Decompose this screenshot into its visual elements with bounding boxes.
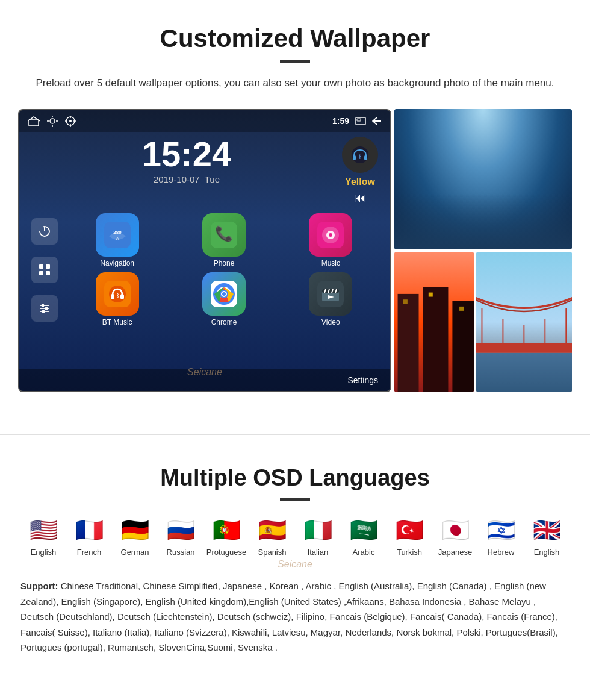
- flag-item-german: 🇩🇪 German: [114, 515, 156, 557]
- wallpaper-section: Customized Wallpaper Preload over 5 defa…: [0, 0, 590, 416]
- flag-item-russian: 🇷🇺 Russian: [160, 515, 202, 557]
- svg-text:ᛒ: ᛒ: [359, 154, 362, 160]
- music-icon-circle: ᛒ: [342, 137, 378, 173]
- flag-emoji-usa: 🇺🇸: [22, 515, 64, 545]
- power-button[interactable]: [31, 218, 58, 245]
- flag-label-hebrew: Hebrew: [488, 548, 515, 557]
- svg-rect-68: [429, 293, 433, 297]
- phone-icon: 📞: [202, 213, 246, 257]
- video-icon: [309, 272, 352, 316]
- app-chrome[interactable]: Chrome: [173, 272, 275, 327]
- flag-emoji-il: 🇮🇱: [480, 515, 522, 545]
- languages-title-divider: [280, 498, 310, 501]
- music-icon: [309, 213, 352, 257]
- flag-label-portuguese: Protuguese: [206, 548, 247, 557]
- flag-item-turkish: 🇹🇷 Turkish: [388, 515, 430, 557]
- nav-label: Navigation: [100, 259, 134, 267]
- flag-usa: 🇺🇸: [22, 515, 64, 545]
- app-video[interactable]: Video: [280, 272, 382, 327]
- title-divider: [280, 60, 310, 63]
- status-bar-right: 1:59: [332, 116, 382, 126]
- status-bar-left: [28, 116, 76, 127]
- settings-eq-button[interactable]: [31, 295, 58, 322]
- flag-japan: 🇯🇵: [434, 515, 476, 545]
- flag-emoji-sa: 🇸🇦: [343, 515, 385, 545]
- flag-emoji-gb: 🇬🇧: [526, 515, 568, 545]
- flag-item-french: 🇫🇷 French: [68, 515, 110, 557]
- wallpaper-description: Preload over 5 default wallpaper options…: [24, 75, 566, 91]
- btmusic-label: BT Music: [102, 318, 132, 327]
- flag-emoji-ru: 🇷🇺: [160, 515, 202, 545]
- flag-item-hebrew: 🇮🇱 Hebrew: [480, 515, 522, 557]
- svg-rect-16: [353, 155, 356, 160]
- thumb-ice-cave: [394, 109, 572, 249]
- flag-turkey: 🇹🇷: [388, 515, 430, 545]
- flag-label-arabic: Arabic: [353, 548, 375, 557]
- flag-germany: 🇩🇪: [114, 515, 156, 545]
- flag-italy: 🇮🇹: [297, 515, 339, 545]
- flag-label-english-uk: English: [534, 548, 560, 557]
- clock-display: 15:24: [31, 137, 342, 172]
- flag-emoji-jp: 🇯🇵: [434, 515, 476, 545]
- thumb-bridge: [476, 252, 572, 392]
- app-grid-left: [25, 211, 64, 329]
- prev-track-icon: ⏮: [354, 191, 366, 205]
- svg-rect-23: [39, 271, 43, 275]
- svg-point-7: [69, 120, 72, 122]
- svg-rect-0: [29, 120, 39, 126]
- flags-row: 🇺🇸 English 🇫🇷 French 🇩🇪 German 🇷🇺 Russia…: [18, 515, 572, 557]
- flag-item-arabic: 🇸🇦 Arabic: [343, 515, 385, 557]
- headphone-bt-icon: ᛒ: [349, 144, 371, 166]
- clock-area: 15:24 2019-10-07 Tue: [19, 132, 390, 205]
- thumb-bottom-row: [394, 252, 572, 392]
- settings-bar: Settings: [19, 369, 390, 391]
- apps-main-grid: 280 A Navigation 📞: [64, 211, 384, 329]
- chrome-label: Chrome: [211, 318, 237, 327]
- flag-france: 🇫🇷: [68, 515, 110, 545]
- flag-label-russian: Russian: [167, 548, 195, 557]
- flag-item-english-us: 🇺🇸 English: [22, 515, 64, 557]
- phone-label: Phone: [214, 259, 235, 267]
- section-divider: [0, 434, 590, 435]
- app-btmusic[interactable]: ᛒ BT Music: [66, 272, 168, 327]
- flag-label-spanish: Spanish: [258, 548, 287, 557]
- grid-button[interactable]: [31, 257, 58, 283]
- svg-rect-62: [423, 287, 448, 392]
- svg-rect-17: [364, 155, 367, 160]
- app-phone[interactable]: 📞 Phone: [173, 213, 275, 267]
- wallpaper-thumbnails: [394, 109, 572, 392]
- flag-portugal: 🇵🇹: [205, 515, 247, 545]
- window-icon: [355, 117, 366, 125]
- app-music[interactable]: Music: [280, 213, 382, 267]
- svg-rect-67: [403, 299, 408, 304]
- flag-russia: 🇷🇺: [160, 515, 202, 545]
- status-bar: 1:59: [19, 110, 390, 132]
- flag-label-turkish: Turkish: [397, 548, 422, 557]
- flag-spain: 🇪🇸: [251, 515, 293, 545]
- svg-rect-22: [46, 264, 50, 269]
- ice-cave-visual: [394, 109, 572, 249]
- music-title: Yellow: [345, 177, 375, 187]
- svg-rect-71: [476, 353, 572, 392]
- support-languages: Chinese Traditional, Chinese Simplified,…: [20, 581, 558, 652]
- flag-emoji-tr: 🇹🇷: [388, 515, 430, 545]
- flag-emoji-it: 🇮🇹: [297, 515, 339, 545]
- clock-date: 2019-10-07 Tue: [31, 174, 342, 184]
- gps-icon: [65, 116, 76, 127]
- app-navigation[interactable]: 280 A Navigation: [66, 213, 168, 267]
- video-label: Video: [321, 318, 340, 327]
- svg-rect-43: [120, 294, 124, 299]
- languages-section: Multiple OSD Languages 🇺🇸 English 🇫🇷 Fre…: [0, 453, 590, 673]
- svg-rect-21: [39, 264, 43, 269]
- svg-rect-42: [111, 294, 114, 299]
- thumb-building: [394, 252, 474, 392]
- svg-rect-13: [357, 119, 361, 121]
- svg-rect-72: [476, 343, 572, 353]
- svg-point-39: [329, 233, 332, 237]
- flags-watermark: Seicane: [18, 559, 572, 570]
- chrome-icon: [202, 272, 246, 316]
- flag-uk: 🇬🇧: [526, 515, 568, 545]
- svg-point-1: [50, 119, 55, 123]
- svg-point-26: [42, 304, 45, 307]
- svg-point-30: [42, 310, 45, 313]
